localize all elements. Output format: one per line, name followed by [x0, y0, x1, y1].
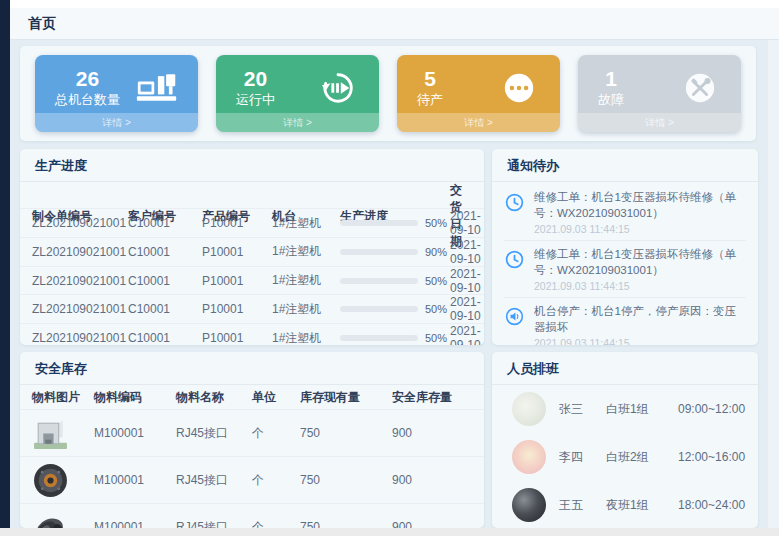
speaker-icon: [504, 304, 526, 345]
running-label: 运行中: [236, 91, 275, 109]
notification-item[interactable]: 机台停产：机台1停产，停产原因：变压器损坏 2021.09.03 11:44:1…: [504, 298, 746, 345]
avatar: [512, 392, 546, 426]
notification-time: 2021.09.03 11:44:15: [534, 223, 746, 235]
notification-time: 2021.09.03 11:44:15: [534, 280, 746, 292]
production-row[interactable]: ZL202109021001 C10001 P10001 1#注塑机 50% 2…: [20, 294, 484, 323]
pending-icon: [498, 71, 540, 105]
machine-icon: [136, 71, 178, 105]
production-progress-panel: 生产进度 制令单编号 客户编号 产品编号 机台 生产进度 交货日期 ZL2021…: [20, 149, 484, 345]
horizontal-scrollbar[interactable]: [0, 528, 779, 536]
fault-value: 1: [605, 66, 617, 91]
inventory-row[interactable]: M100001 RJ45接口 个 750 900: [20, 456, 484, 503]
speaker-side-image: [32, 509, 69, 529]
pending-detail-link[interactable]: 详情 >: [397, 113, 560, 132]
page-title: 首页: [28, 15, 56, 33]
progress-bar: 90%: [340, 246, 450, 258]
production-table-header: 制令单编号 客户编号 产品编号 机台 生产进度 交货日期: [20, 182, 484, 208]
card-total-machines[interactable]: 26 总机台数量 详情 >: [35, 55, 198, 132]
fault-icon: [679, 71, 721, 105]
safety-inventory-title: 安全库存: [20, 352, 484, 385]
notifications-panel: 通知待办 维修工单：机台1变压器损坏待维修（单号：WX202109031001）…: [492, 149, 758, 345]
notifications-title: 通知待办: [492, 149, 758, 182]
running-icon: [317, 71, 359, 105]
inventory-row[interactable]: M100001 RJ45接口 个 750 900: [20, 409, 484, 456]
avatar: [512, 440, 546, 474]
production-progress-title: 生产进度: [20, 149, 484, 182]
progress-bar: 50%: [340, 303, 450, 315]
pending-value: 5: [424, 66, 436, 91]
notification-time: 2021.09.03 11:44:15: [534, 337, 746, 345]
notification-item[interactable]: 维修工单：机台1变压器损坏待维修（单号：WX202109031001） 2021…: [504, 241, 746, 298]
personnel-schedule-panel: 人员排班 张三 白班1组 09:00~12:00 李四 白班2组 12:00~1…: [492, 352, 758, 528]
rj45-connector-image: [32, 415, 69, 452]
card-pending[interactable]: 5 待产 详情 >: [397, 55, 560, 132]
vertical-scrollbar[interactable]: [768, 40, 779, 528]
production-row[interactable]: ZL202109021001 C10001 P10001 1#注塑机 50% 2…: [20, 266, 484, 295]
clock-icon: [504, 190, 526, 235]
progress-bar: 50%: [340, 275, 450, 287]
fault-label: 故障: [598, 91, 624, 109]
schedule-row[interactable]: 张三 白班1组 09:00~12:00: [492, 385, 758, 433]
personnel-schedule-title: 人员排班: [492, 352, 758, 385]
avatar: [512, 488, 546, 522]
card-fault[interactable]: 1 故障 详情 >: [578, 55, 741, 132]
schedule-row[interactable]: 王五 夜班1组 18:00~24:00: [492, 481, 758, 528]
notification-item[interactable]: 维修工单：机台1变压器损坏待维修（单号：WX202109031001） 2021…: [504, 184, 746, 241]
progress-bar: 50%: [340, 217, 450, 229]
card-running[interactable]: 20 运行中 详情 >: [216, 55, 379, 132]
running-detail-link[interactable]: 详情 >: [216, 113, 379, 132]
collapsed-sidebar-edge: [0, 0, 10, 536]
stat-cards-panel: 26 总机台数量 详情 > 20 运行中: [20, 46, 756, 141]
schedule-row[interactable]: 李四 白班2组 12:00~16:00: [492, 433, 758, 481]
clock-icon: [504, 247, 526, 292]
progress-bar: 50%: [340, 332, 450, 344]
inventory-row[interactable]: M100001 RJ45接口 个 750 900: [20, 503, 484, 528]
safety-inventory-panel: 安全库存 物料图片 物料编码 物料名称 单位 库存现有量 安全库存量 M1000…: [20, 352, 484, 528]
speaker-front-image: [32, 462, 69, 499]
top-window-strip: [10, 0, 779, 8]
page-header: 首页: [10, 8, 779, 40]
production-row[interactable]: ZL202109021001 C10001 P10001 1#注塑机 90% 2…: [20, 237, 484, 266]
total-machines-detail-link[interactable]: 详情 >: [35, 113, 198, 132]
pending-label: 待产: [417, 91, 443, 109]
total-machines-value: 26: [76, 66, 99, 91]
running-value: 20: [244, 66, 267, 91]
inventory-table-header: 物料图片 物料编码 物料名称 单位 库存现有量 安全库存量: [20, 385, 484, 409]
production-row[interactable]: ZL202109021001 C10001 P10001 1#注塑机 50% 2…: [20, 323, 484, 345]
total-machines-label: 总机台数量: [55, 91, 120, 109]
fault-detail-link[interactable]: 详情 >: [578, 113, 741, 132]
